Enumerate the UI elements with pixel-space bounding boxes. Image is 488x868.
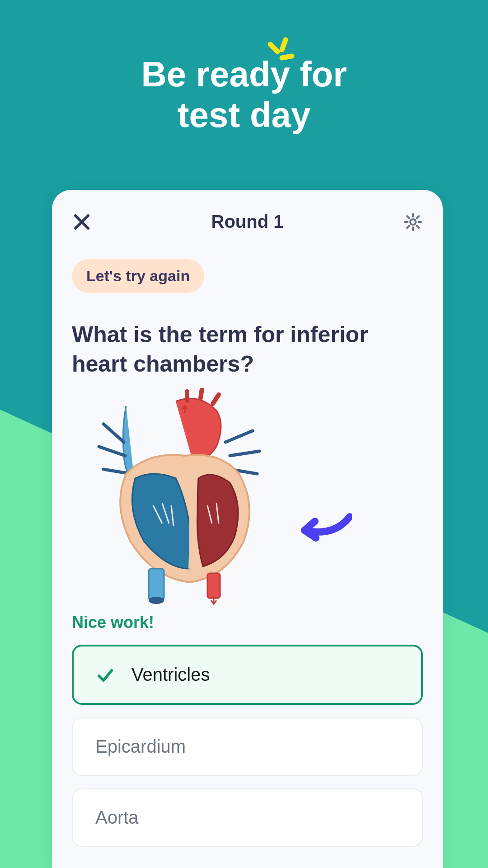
heart-illustration: [72, 388, 298, 605]
option-aorta[interactable]: Aorta: [72, 788, 423, 847]
option-ventricles[interactable]: Ventricles: [72, 645, 423, 705]
headline-line-2: test day: [178, 95, 311, 135]
question-text: What is the term for inferior heart cham…: [72, 320, 423, 379]
sparkle-icon: [262, 36, 298, 72]
svg-point-2: [410, 219, 416, 225]
card-header: Round 1: [52, 190, 443, 241]
pointer-arrow-icon: [293, 505, 352, 546]
headline-line-1: Be ready for: [141, 54, 347, 94]
close-icon[interactable]: [72, 212, 92, 232]
svg-rect-3: [149, 569, 164, 600]
option-epicardium[interactable]: Epicardium: [72, 717, 423, 776]
round-title: Round 1: [211, 212, 284, 232]
headline: Be ready for test day: [0, 54, 488, 135]
svg-point-4: [149, 597, 164, 604]
gear-icon[interactable]: [403, 212, 423, 232]
feedback-text: Nice work!: [72, 613, 423, 632]
hint-pill: Let's try again: [72, 259, 204, 293]
check-icon: [96, 666, 114, 684]
card-body: Let's try again What is the term for inf…: [52, 241, 443, 847]
option-label: Ventricles: [131, 665, 210, 685]
option-label: Epicardium: [95, 736, 186, 757]
quiz-card: Round 1 Let's try again What is the term…: [52, 190, 443, 868]
svg-rect-5: [207, 573, 220, 598]
option-label: Aorta: [95, 807, 139, 828]
